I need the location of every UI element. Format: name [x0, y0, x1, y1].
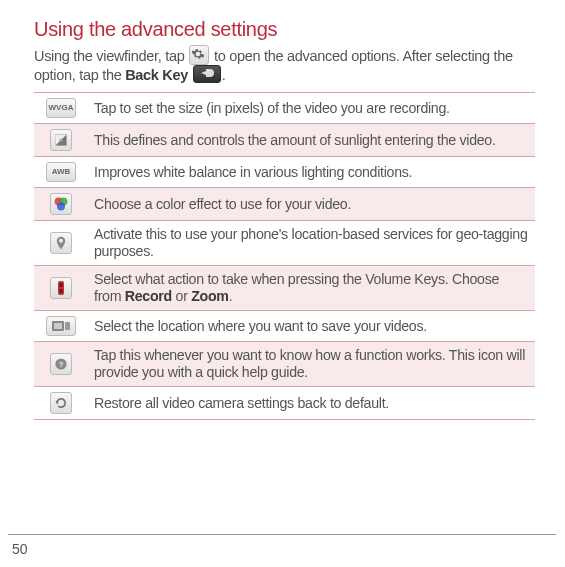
wvga-icon: WVGA	[46, 98, 76, 118]
table-row: Choose a color effect to use for your vi…	[34, 188, 535, 221]
row-desc: Improves white balance in various lighti…	[88, 157, 535, 188]
row-desc: Select the location where you want to sa…	[88, 311, 535, 342]
row-text: or	[172, 288, 191, 304]
svg-rect-10	[54, 323, 62, 329]
svg-rect-2	[60, 139, 63, 142]
awb-icon: AWB	[46, 162, 76, 182]
table-row: Restore all video camera settings back t…	[34, 387, 535, 420]
section-title: Using the advanced settings	[34, 18, 535, 41]
svg-rect-7	[60, 283, 63, 287]
back-key-label: Back Key	[125, 67, 188, 83]
row-desc: Choose a color effect to use for your vi…	[88, 188, 535, 221]
intro-text-1: Using the viewfinder, tap	[34, 48, 188, 64]
reset-icon	[50, 392, 72, 414]
intro-paragraph: Using the viewfinder, tap to open the ad…	[34, 45, 535, 84]
settings-table: WVGA Tap to set the size (in pixels) of …	[34, 92, 535, 420]
help-icon: ?	[50, 353, 72, 375]
row-desc: Tap this whenever you want to know how a…	[88, 342, 535, 387]
table-row: Select the location where you want to sa…	[34, 311, 535, 342]
brightness-icon	[50, 129, 72, 151]
svg-rect-11	[65, 322, 70, 330]
svg-text:?: ?	[59, 360, 64, 369]
gear-icon	[189, 45, 209, 65]
table-row: This defines and controls the amount of …	[34, 124, 535, 157]
svg-rect-8	[60, 289, 63, 293]
row-desc: Activate this to use your phone's locati…	[88, 221, 535, 266]
row-text: .	[229, 288, 233, 304]
table-row: Select what action to take when pressing…	[34, 266, 535, 311]
row-desc: Select what action to take when pressing…	[88, 266, 535, 311]
row-desc: Tap to set the size (in pixels) of the v…	[88, 93, 535, 124]
footer-rule	[8, 534, 556, 535]
color-effect-icon	[50, 193, 72, 215]
row-bold: Zoom	[191, 288, 228, 304]
svg-point-5	[57, 203, 65, 211]
table-row: ? Tap this whenever you want to know how…	[34, 342, 535, 387]
page-number: 50	[12, 541, 28, 557]
intro-period: .	[222, 67, 226, 83]
document-page: Using the advanced settings Using the vi…	[0, 0, 565, 420]
table-row: Activate this to use your phone's locati…	[34, 221, 535, 266]
table-row: WVGA Tap to set the size (in pixels) of …	[34, 93, 535, 124]
row-bold: Record	[125, 288, 172, 304]
row-desc: This defines and controls the amount of …	[88, 124, 535, 157]
svg-marker-14	[55, 402, 59, 405]
storage-icon	[46, 316, 76, 336]
geotag-icon	[50, 232, 72, 254]
table-row: AWB Improves white balance in various li…	[34, 157, 535, 188]
row-desc: Restore all video camera settings back t…	[88, 387, 535, 420]
volume-key-icon	[50, 277, 72, 299]
back-key-icon	[193, 65, 221, 83]
